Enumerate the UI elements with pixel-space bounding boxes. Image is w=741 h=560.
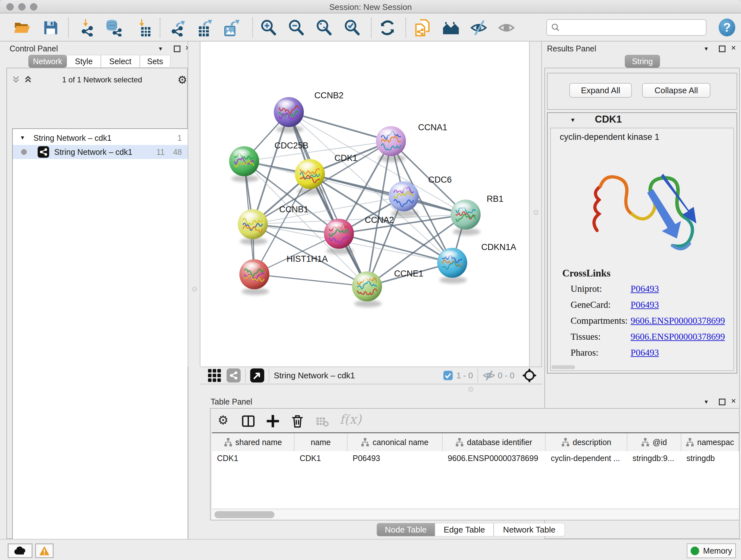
hide-selected-icon[interactable] [469,18,488,37]
tab-style[interactable]: Style [67,55,101,68]
save-session-icon[interactable] [42,18,60,37]
tab-node-table[interactable]: Node Table [377,523,435,537]
tab-network[interactable]: Network [28,55,67,68]
delete-column-icon[interactable] [290,414,305,428]
tree-expander-icon[interactable]: ▼ [20,135,25,141]
tab-string[interactable]: String [625,55,660,68]
pan-crosshair-icon[interactable] [522,368,537,383]
selected-checkbox-icon[interactable] [443,370,453,381]
network-row[interactable]: String Network – cdk1 11 48 [13,145,188,159]
network-canvas[interactable]: CCNB2 CCNA1 CDC25B CDK1 [200,42,529,367]
panel-float-icon[interactable] [174,45,181,52]
crosslink-link[interactable]: P06493 [630,284,659,294]
tab-network-table[interactable]: Network Table [494,523,565,537]
entry-collapse-icon[interactable]: ▼ [570,117,576,124]
import-table-icon[interactable] [134,18,152,37]
results-scrollbar-thumb[interactable] [551,365,575,369]
table-cell[interactable]: cyclin-dependent ... [546,451,627,465]
panel-collapse-icon[interactable]: ▾ [704,45,708,52]
network-options-gear-icon[interactable]: ⚙ [178,73,187,86]
gene-name: CDK1 [595,114,622,125]
tab-edge-table[interactable]: Edge Table [435,523,494,537]
import-network-icon[interactable] [78,18,96,37]
panel-close-icon[interactable]: ✕ [731,44,736,52]
zoom-selected-icon[interactable] [343,18,361,37]
table-cell[interactable]: P06493 [347,451,443,465]
splitter-handle[interactable] [534,210,538,215]
tab-select[interactable]: Select [101,55,140,68]
copy-style-icon[interactable] [414,18,432,37]
memory-button[interactable]: Memory [687,543,736,558]
birdseye-view-icon[interactable] [250,368,264,382]
table-cell[interactable]: 9606.ENSP00000378699 [443,451,546,465]
table-cell[interactable]: CDK1 [212,451,294,465]
crosslink-link[interactable]: 9606.ENSP00000378699 [630,331,725,342]
open-session-icon[interactable] [13,18,31,37]
toolbar-separator [371,18,372,38]
splitter-handle[interactable] [468,387,473,392]
panel-close-icon[interactable]: ✕ [731,397,736,405]
table-cell[interactable]: stringdb [681,451,739,465]
right-splitter[interactable] [529,42,542,367]
table-hscrollbar[interactable] [212,509,739,520]
left-splitter[interactable] [188,42,200,367]
column-header-namespac[interactable]: namespac [681,433,739,451]
hidden-counts: 0 - 0 [498,371,515,381]
search-field[interactable] [546,19,706,36]
table-settings-gear-icon[interactable]: ⚙ [218,413,228,427]
export-image-icon[interactable] [223,18,241,37]
table-cell[interactable]: CDK1 [294,451,347,465]
crosslink-row: Compartments: 9606.ENSP00000378699 [570,315,730,326]
panel-collapse-icon[interactable]: ▾ [159,45,162,52]
panel-float-icon[interactable] [719,398,726,406]
node-label-CCNA1: CCNA1 [418,123,448,132]
node-table[interactable]: shared namenamecanonical namedatabase id… [212,432,739,509]
column-header-canonical-name[interactable]: canonical name [347,433,443,451]
expand-all-button[interactable]: Expand All [569,83,632,98]
grid-view-icon[interactable] [207,368,221,382]
collapse-all-tree-icon[interactable] [11,75,22,85]
crosslinks-list: Uniprot: P06493 GeneCard: P06493 Compart… [570,284,730,363]
home-layout-icon[interactable] [442,18,460,37]
column-header-shared-name[interactable]: shared name [212,433,294,451]
collapse-all-button[interactable]: Collapse All [642,83,711,98]
network-badge-icon[interactable] [226,368,241,382]
crosslink-label: Pharos: [570,348,630,358]
help-button[interactable]: ? [719,18,735,37]
show-all-icon[interactable] [497,18,516,37]
column-header-description[interactable]: description [546,433,627,451]
splitter-handle[interactable] [192,287,197,292]
zoom-in-icon[interactable] [259,18,278,37]
cloud-status-button[interactable] [8,543,32,558]
table-panel: Table Panel ▾ ✕ ⚙ f(x) shared namenameca… [207,396,741,539]
crosslink-label: Uniprot: [570,284,630,294]
show-columns-icon[interactable] [241,415,255,428]
export-table-icon[interactable] [195,18,214,37]
column-tree-icon [686,438,694,446]
panel-float-icon[interactable] [719,45,726,52]
table-hscrollbar-thumb[interactable] [214,511,274,518]
export-network-icon[interactable] [169,18,187,37]
create-column-icon[interactable] [266,414,280,428]
table-cell[interactable]: stringdb:9... [627,451,681,465]
refresh-icon[interactable] [378,18,397,37]
zoom-fit-icon[interactable] [315,18,333,37]
crosslink-link[interactable]: 9606.ENSP00000378699 [630,315,725,326]
crosslink-link[interactable]: P06493 [630,300,659,310]
panel-collapse-icon[interactable]: ▾ [704,398,708,406]
import-network-from-database-icon[interactable] [105,18,123,37]
string-network-graph[interactable]: CCNB2 CCNA1 CDC25B CDK1 [200,42,529,367]
zoom-out-icon[interactable] [287,18,306,37]
warnings-button[interactable] [35,543,54,558]
column-header-name[interactable]: name [294,433,347,451]
column-header-database-identifier[interactable]: database identifier [443,433,546,451]
crosslink-link[interactable]: P06493 [630,348,659,358]
expand-all-tree-icon[interactable] [23,75,35,85]
toolbar-separator [159,18,160,38]
column-tree-icon [641,438,650,446]
crosslinks-title: CrossLinks [562,267,610,279]
network-collection-row[interactable]: ▼ String Network – cdk1 1 [13,131,188,145]
tab-sets[interactable]: Sets [140,55,171,68]
column-header--id[interactable]: @id [627,433,681,451]
search-input[interactable] [560,23,697,32]
